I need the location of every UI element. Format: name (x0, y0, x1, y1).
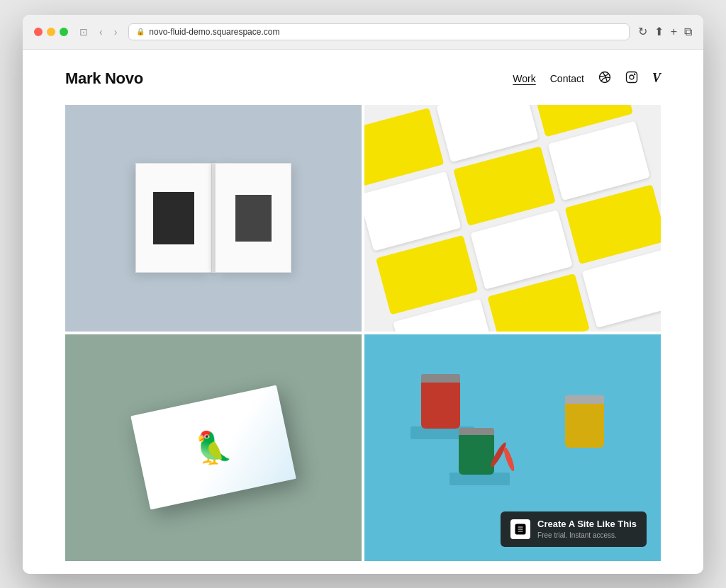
portfolio-item-bird-book[interactable]: 🦜 (65, 334, 362, 561)
card-8 (564, 184, 661, 264)
open-book-visual (135, 163, 291, 273)
book-left-page (135, 163, 212, 273)
forward-icon[interactable]: › (111, 25, 121, 39)
bird-icon: 🦜 (194, 429, 233, 466)
portfolio-item-jars[interactable]: Create A Site Like This Free trial. Inst… (364, 334, 661, 561)
cards-grid (364, 105, 661, 332)
close-button[interactable] (34, 28, 43, 36)
site-nav: Work Contact V (513, 71, 661, 86)
minimize-button[interactable] (47, 28, 55, 36)
book-photo-right (234, 193, 273, 243)
badge-subtitle: Free trial. Instant access. (537, 531, 637, 540)
svg-point-3 (635, 74, 635, 74)
website-content: Mark Novo Work Contact V (23, 50, 703, 574)
portfolio-item-book[interactable] (65, 105, 362, 332)
address-bar[interactable]: 🔒 novo-fluid-demo.squarespace.com (128, 23, 629, 40)
portfolio-grid: 🦜 (65, 105, 661, 561)
svg-rect-1 (626, 72, 637, 82)
book-photo-left (152, 191, 196, 246)
svg-point-2 (630, 75, 634, 79)
back-icon[interactable]: ‹ (96, 25, 106, 39)
jar-green (459, 434, 494, 475)
new-tab-icon[interactable]: + (671, 26, 677, 38)
nav-contact[interactable]: Contact (550, 73, 584, 84)
browser-actions: ↻ ⬆ + ⧉ (638, 25, 692, 38)
traffic-lights (34, 28, 68, 36)
duplicate-icon[interactable]: ⧉ (684, 26, 692, 38)
pepper-2 (502, 446, 516, 472)
book-right-page (215, 163, 291, 273)
badge-text: Create A Site Like This Free trial. Inst… (537, 519, 637, 540)
jar-yellow (565, 402, 604, 448)
site-logo[interactable]: Mark Novo (65, 69, 143, 88)
browser-chrome: ⊡ ‹ › 🔒 novo-fluid-demo.squarespace.com … (23, 15, 703, 50)
portfolio-item-cards[interactable] (364, 105, 661, 332)
refresh-icon[interactable]: ↻ (638, 25, 647, 38)
squarespace-logo (510, 519, 530, 539)
badge-title: Create A Site Like This (537, 519, 637, 531)
url-text: novo-fluid-demo.squarespace.com (149, 27, 279, 37)
dribbble-icon[interactable] (598, 71, 611, 86)
site-header: Mark Novo Work Contact V (23, 50, 703, 105)
jar-red (421, 380, 460, 429)
browser-window: ⊡ ‹ › 🔒 novo-fluid-demo.squarespace.com … (23, 15, 703, 574)
sidebar-toggle-icon[interactable]: ⊡ (77, 25, 91, 39)
vimeo-icon[interactable]: V (652, 71, 661, 86)
browser-nav-controls: ⊡ ‹ › (77, 25, 120, 39)
share-icon[interactable]: ⬆ (654, 25, 664, 38)
bird-book-visual: 🦜 (130, 385, 296, 510)
maximize-button[interactable] (60, 28, 68, 36)
instagram-icon[interactable] (625, 71, 638, 86)
lock-icon: 🔒 (136, 28, 145, 35)
nav-work[interactable]: Work (513, 73, 535, 84)
squarespace-badge[interactable]: Create A Site Like This Free trial. Inst… (501, 511, 647, 547)
